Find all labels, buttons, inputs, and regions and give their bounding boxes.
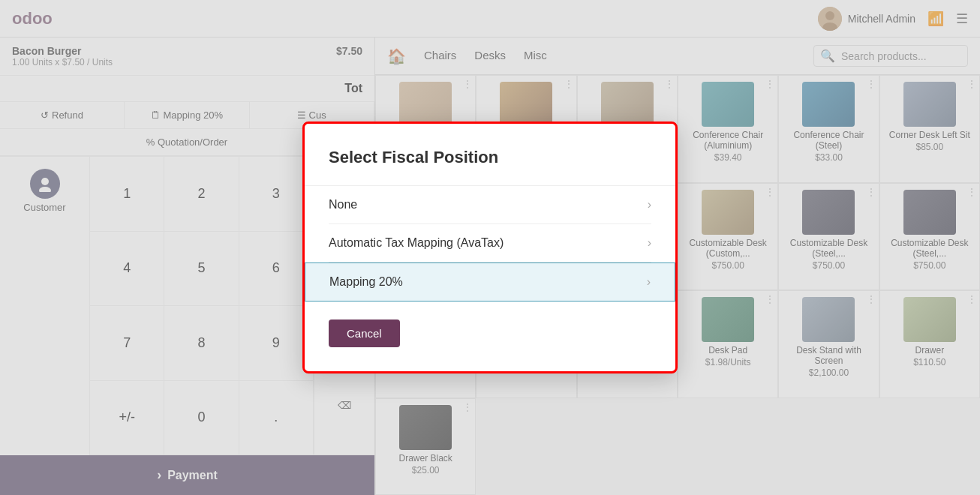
chevron-right-icon: › bbox=[648, 198, 651, 212]
fiscal-option-avatax[interactable]: Automatic Tax Mapping (AvaTax) › bbox=[329, 224, 651, 262]
chevron-right-icon: › bbox=[647, 275, 651, 289]
fiscal-option-avatax-label: Automatic Tax Mapping (AvaTax) bbox=[329, 236, 504, 250]
fiscal-option-none-label: None bbox=[329, 198, 357, 212]
chevron-right-icon: › bbox=[648, 236, 651, 250]
modal-title: Select Fiscal Position bbox=[329, 148, 651, 167]
cancel-button[interactable]: Cancel bbox=[329, 320, 400, 347]
fiscal-position-modal: Select Fiscal Position None › Automatic … bbox=[302, 122, 678, 374]
fiscal-option-mapping20-label: Mapping 20% bbox=[329, 275, 403, 289]
fiscal-option-none[interactable]: None › bbox=[329, 186, 651, 224]
modal-actions: Cancel bbox=[329, 320, 651, 347]
fiscal-option-mapping20[interactable]: Mapping 20% › bbox=[305, 262, 675, 302]
